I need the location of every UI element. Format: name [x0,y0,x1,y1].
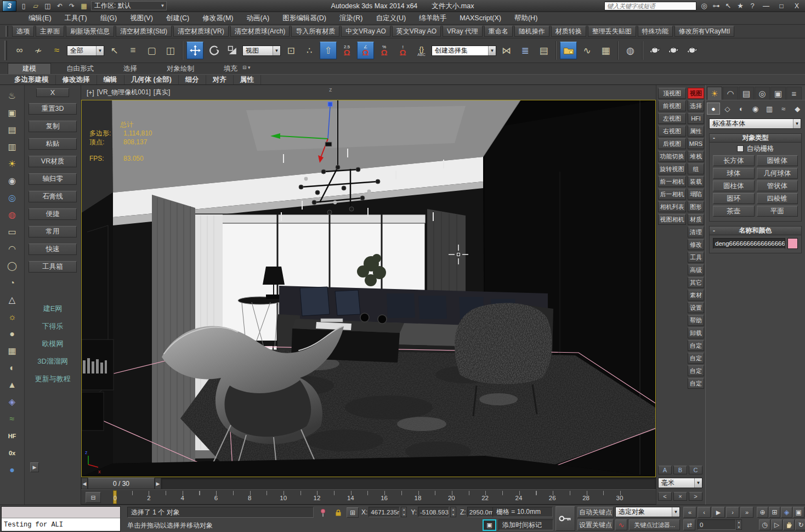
quick-panel-button[interactable]: 清理 [688,227,704,237]
sidebar-button[interactable]: 石膏线 [29,191,77,202]
save-file-icon[interactable]: ◫ [43,1,53,11]
curve-editor-icon[interactable]: ∿ [579,42,596,59]
ribbon-panel-tab[interactable]: 几何体 (全部) [124,75,179,84]
tab-utilities[interactable]: ≡ [786,87,802,100]
quick-panel-button[interactable]: 图形 [688,201,704,212]
sun-icon[interactable]: ☼ [3,308,21,325]
current-frame-field[interactable]: 0 [698,519,736,530]
set-keys-button[interactable] [555,506,575,531]
script-button[interactable]: 清空材质球(Std) [116,26,172,37]
play-button[interactable]: ▶ [712,507,725,518]
sidebar-link[interactable]: 欧模网 [42,338,64,349]
quick-panel-button[interactable]: 修改 [688,239,704,250]
quick-panel-button[interactable]: 装载 [688,176,704,187]
quick-panel-button[interactable]: MRS [688,138,704,149]
material-editor-icon[interactable]: ◍ [622,42,639,59]
undo-icon[interactable]: ↶ [55,1,65,11]
abc-tab-button[interactable]: B [673,466,687,474]
quick-panel-button[interactable]: 素材 [688,290,704,301]
flower-icon[interactable]: ◈ [3,393,21,410]
go-to-start-button[interactable]: « [683,507,696,518]
primitive-button[interactable]: 几何球体 [757,168,798,179]
new-scene-icon[interactable]: ▯ [19,1,29,11]
sidebar-link[interactable]: 3D溜溜网 [37,355,68,367]
key-filters-button[interactable]: 关键点过滤器... [629,519,680,530]
zoom-icon[interactable]: ⊕ [757,507,768,518]
object-name-field[interactable]: deng66666666666666666 [713,238,785,249]
snaps-toggle-icon[interactable]: 2.5Ω [338,42,355,59]
rendered-frame-icon[interactable]: ▣ [3,104,21,121]
category-helpers-icon[interactable]: ▥ [763,103,776,115]
script-button[interactable]: 刷新场景信息 [66,26,114,37]
category-cameras-icon[interactable]: ◉ [749,103,762,115]
mirror-icon[interactable]: ⋈ [498,42,515,59]
quick-panel-button[interactable]: HFI [688,113,704,124]
menu-item[interactable]: 帮助(H) [508,14,544,23]
script-button[interactable]: 清空材质球(VR) [173,26,229,37]
go-to-end-button[interactable]: » [740,507,753,518]
sidebar-expand-arrow[interactable]: ▶ [30,462,39,472]
select-and-link-icon[interactable]: ∞ [11,42,28,59]
menu-item[interactable]: 编辑(E) [22,14,58,23]
next-frame-button[interactable]: › [726,507,739,518]
category-systems-icon[interactable]: ◆ [791,103,804,115]
sidebar-button[interactable]: 粘贴 [29,138,77,150]
y-spinner[interactable]: ▲▼ [450,507,456,517]
quick-panel-button[interactable]: 塌陷 [688,189,704,200]
viewport-nav-button[interactable]: 后视图 [658,138,686,149]
rollout-header[interactable]: - 名称和颜色 [710,227,801,235]
render-presets-icon[interactable]: ▥ [3,138,21,155]
menu-item[interactable]: MAXScript(X) [453,14,508,22]
named-selection-sets-dropdown[interactable]: 创建选择集▼ [432,46,496,56]
menu-item[interactable]: 修改器(M) [196,14,240,23]
tab-create[interactable]: ☀ [707,87,722,100]
edit-named-selection-sets-icon[interactable]: {}ABC [413,42,430,59]
add-time-tag[interactable]: 添加时间标记 [498,519,553,530]
disc-icon[interactable]: ● [3,325,21,342]
ribbon-tab[interactable]: 自由形式 [52,64,108,74]
script-button[interactable]: 选项 [12,26,34,37]
maxscript-mini-listener[interactable]: Testing for ALI [1,506,121,531]
viewport-nav-button[interactable]: 左视图 [658,113,686,124]
quick-panel-button[interactable]: 自定 [688,340,704,351]
schematic-view-icon[interactable]: ▦ [597,42,614,59]
viewport-nav-button[interactable]: 功能切换 [658,151,686,162]
primitive-button[interactable]: 圆柱体 [713,180,755,191]
wire-teapot-icon[interactable]: ◔ [3,274,21,291]
tab-modify[interactable]: ◠ [723,87,738,100]
quick-panel-button[interactable]: 自定 [688,378,704,389]
ribbon-panel-tab[interactable]: 多边形建模 [8,75,56,84]
mountain-icon[interactable]: △ [3,291,21,308]
array-icon[interactable]: ▦ [3,342,21,359]
quick-panel-button[interactable]: 属性 [688,126,704,137]
sidebar-button[interactable]: 工具箱 [29,261,77,273]
sidebar-button[interactable]: 轴归零 [29,173,77,185]
workspace-dropdown[interactable]: 工作区: 默认 ▼ [91,1,167,10]
layer-manager-icon[interactable]: ▤ [535,42,552,59]
reference-coordinate-dropdown[interactable]: 视图▼ [242,46,281,56]
quick-panel-button[interactable]: 组 [688,163,704,174]
viewport-scene[interactable]: z x 总计 多边形:1,114,810 顶点:808,137 FPS:83.0… [81,100,656,477]
maximize-button[interactable]: □ [775,2,787,10]
ribbon-tab[interactable]: 对象绘制 [152,64,208,74]
listener-script-field[interactable]: Testing for ALI [2,518,120,531]
tab-hierarchy[interactable]: ▤ [739,87,754,100]
time-configuration-icon[interactable]: ◷ [759,519,770,530]
next-frame-arrow[interactable]: ▶ [155,478,161,489]
selection-lock-icon[interactable] [332,507,344,518]
category-spacewarps-icon[interactable]: ≈ [777,103,790,115]
bind-to-space-warp-icon[interactable]: ≈ [48,42,65,59]
primitive-button[interactable]: 管状体 [757,180,798,191]
primitive-button[interactable]: 圆锥体 [757,155,798,166]
tab-display[interactable]: ▣ [770,87,786,100]
quick-panel-button[interactable]: 选择 [688,100,704,111]
render-teapot-icon[interactable]: ♨ [3,87,21,104]
render-setup-icon[interactable] [647,42,664,59]
auto-key-button[interactable]: 自动关键点 [577,507,614,518]
pager-button[interactable]: > [689,492,702,501]
align-icon[interactable]: ≣ [517,42,534,59]
redo-icon[interactable]: ↷ [67,1,77,11]
license-key-icon[interactable]: ⊶ [712,2,721,10]
primitive-button[interactable]: 圆环 [713,193,755,204]
menu-item[interactable]: 工具(T) [58,14,94,23]
